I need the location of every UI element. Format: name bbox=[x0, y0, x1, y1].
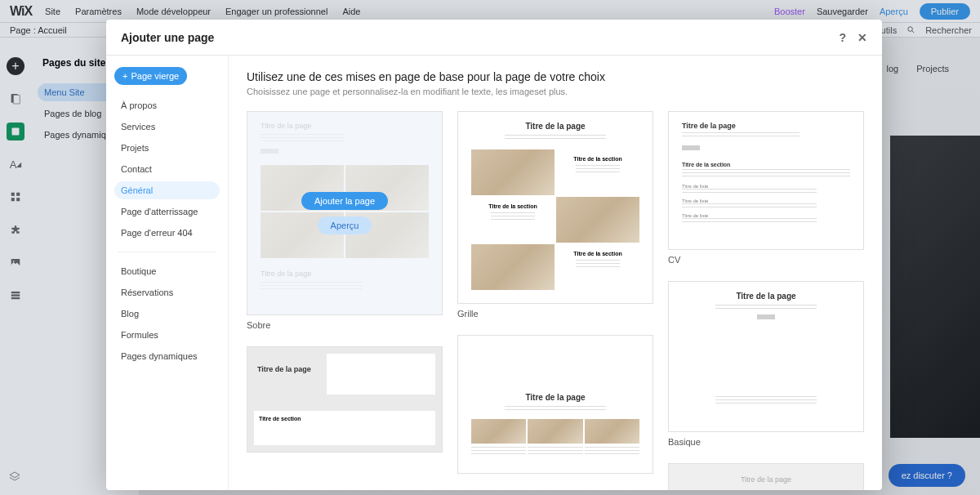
cat-blog[interactable]: Blog bbox=[114, 305, 220, 323]
template-card-basique[interactable]: Titre de la page Basique bbox=[668, 281, 864, 447]
template-card[interactable]: Titre de la page Titre de section bbox=[247, 346, 443, 453]
templates-sub: Choisissez une page et personnalisez-la … bbox=[247, 87, 864, 96]
preview-button[interactable]: Aperçu bbox=[318, 216, 372, 234]
template-card-cv[interactable]: Titre de la page Titre de la section Tit… bbox=[668, 111, 864, 265]
blank-page-button[interactable]: +Page vierge bbox=[114, 67, 187, 85]
modal-sidebar: +Page vierge À propos Services Projets C… bbox=[106, 56, 229, 490]
template-card-sobre[interactable]: Titre de la page Titre de la page Ajo bbox=[247, 111, 443, 330]
add-page-modal: Ajouter une page ? ✕ +Page vierge À prop… bbox=[106, 20, 882, 490]
add-page-button[interactable]: Ajouter la page bbox=[301, 192, 388, 210]
cat-landing[interactable]: Page d'atterrissage bbox=[114, 203, 220, 221]
template-label: Basique bbox=[668, 437, 864, 447]
cat-projects[interactable]: Projets bbox=[114, 139, 220, 157]
template-card[interactable]: Titre de la page bbox=[668, 463, 864, 490]
help-icon[interactable]: ? bbox=[839, 31, 846, 44]
template-card[interactable]: Titre de la page bbox=[457, 335, 653, 474]
templates-heading: Utilisez une de ces mises en page de bas… bbox=[247, 70, 864, 83]
cat-404[interactable]: Page d'erreur 404 bbox=[114, 224, 220, 242]
cat-about[interactable]: À propos bbox=[114, 96, 220, 114]
cat-bookings[interactable]: Réservations bbox=[114, 283, 220, 301]
modal-title: Ajouter une page bbox=[121, 31, 214, 44]
cat-dynamic[interactable]: Pages dynamiques bbox=[114, 347, 220, 365]
template-label: Sobre bbox=[247, 320, 443, 330]
templates-area: Utilisez une de ces mises en page de bas… bbox=[229, 56, 882, 490]
template-label: Grille bbox=[457, 309, 653, 319]
close-icon[interactable]: ✕ bbox=[858, 31, 867, 44]
template-card-grille[interactable]: Titre de la page Titre de la section Tit… bbox=[457, 111, 653, 319]
modal-header: Ajouter une page ? ✕ bbox=[106, 20, 882, 56]
cat-contact[interactable]: Contact bbox=[114, 160, 220, 178]
cat-forms[interactable]: Formules bbox=[114, 326, 220, 344]
cat-store[interactable]: Boutique bbox=[114, 262, 220, 280]
template-label: CV bbox=[668, 255, 864, 265]
cat-general[interactable]: Général bbox=[114, 181, 220, 199]
cat-services[interactable]: Services bbox=[114, 118, 220, 136]
